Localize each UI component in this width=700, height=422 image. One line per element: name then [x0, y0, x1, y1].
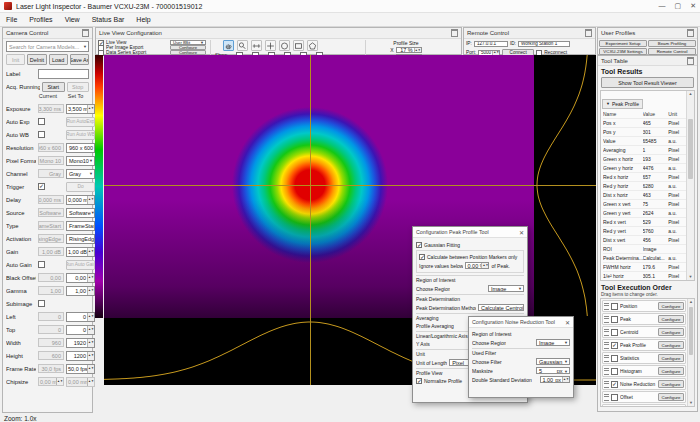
start-button[interactable]: Start	[42, 82, 65, 92]
scroll-down-icon[interactable]: ▼	[687, 274, 694, 280]
results-scrollbar[interactable]: ▲ ▼	[686, 91, 694, 280]
crosshair-tool[interactable]	[265, 40, 276, 51]
contrast-checkbox[interactable]	[611, 407, 618, 408]
statistics-checkbox[interactable]	[611, 355, 618, 362]
drag-handle-icon[interactable]	[604, 303, 609, 310]
configure-button[interactable]: Configure	[658, 380, 684, 388]
spinner-arrows-icon[interactable]: ▲▼	[562, 377, 569, 382]
scroll-up-icon[interactable]: ▲	[688, 299, 694, 305]
trigger-checkbox[interactable]	[38, 183, 45, 190]
camera-set-spinner[interactable]: 0,000 ms▲▼	[66, 195, 95, 205]
beam-profiling-profile-button[interactable]: Beam Profiling	[648, 40, 696, 47]
drag-handle-icon[interactable]	[604, 407, 609, 408]
deinit-button[interactable]: DeInit	[27, 54, 46, 65]
horizontal-crosshair-line[interactable]	[104, 185, 596, 186]
exec-item-peak-profile[interactable]: Peak ProfileConfigure	[602, 339, 686, 351]
noise-reduction-checkbox[interactable]	[611, 381, 618, 388]
run-auto-gain-button[interactable]: Run Auto Gain	[66, 260, 95, 270]
menu-item-status-bar[interactable]: Status Bar	[86, 13, 131, 26]
table-row[interactable]: Pos x465Pixel	[603, 119, 686, 128]
close-icon[interactable]: ✕	[519, 229, 524, 236]
camera-set-spinner[interactable]: 3,500 ms▲▼	[66, 104, 95, 114]
table-row[interactable]: Red x horiz657Pixel	[603, 173, 686, 182]
spinner-arrows-icon[interactable]: ▲▼	[492, 51, 499, 55]
close-button[interactable]: ✕	[690, 2, 696, 10]
stop-button[interactable]: Stop	[67, 82, 90, 92]
centroid-checkbox[interactable]	[611, 329, 618, 336]
line-profile-tool[interactable]	[251, 40, 262, 51]
zoom-tool[interactable]	[237, 40, 248, 51]
position-checkbox[interactable]	[611, 303, 618, 310]
configure-button[interactable]: Configure	[658, 302, 684, 310]
spinner-arrows-icon[interactable]: ▲▼	[87, 365, 94, 373]
experiment-setup-profile-button[interactable]: Experiment Setup	[599, 40, 647, 47]
camera-set-dropdown[interactable]: RisingEdge▼	[66, 234, 95, 244]
ip-input[interactable]: 127.0.0.1	[474, 41, 508, 47]
spinner-arrows-icon[interactable]: ▲▼	[87, 287, 94, 295]
drag-handle-icon[interactable]	[604, 394, 609, 401]
table-row[interactable]: Green y horiz4476a.u.	[603, 164, 686, 173]
circle-roi-tool[interactable]	[279, 40, 290, 51]
table-row[interactable]: Green y vert2624a.u.	[603, 209, 686, 218]
auto-exp-checkbox[interactable]	[38, 118, 45, 125]
save-as-button[interactable]: Save As	[70, 54, 89, 65]
ignore-values-spinner[interactable]: 0,00 %▲▼	[465, 262, 489, 269]
run-auto-wb-button[interactable]: Run Auto WB	[66, 130, 95, 140]
table-row[interactable]: Pos y301Pixel	[603, 128, 686, 137]
float-panel-icon[interactable]	[451, 29, 458, 37]
float-panel-icon[interactable]	[585, 29, 592, 37]
menu-item-view[interactable]: View	[59, 13, 86, 26]
choose-filter-dropdown[interactable]: Gaussian▼	[536, 358, 570, 365]
configure-button[interactable]: Configure	[658, 354, 684, 362]
exec-item-position[interactable]: PositionConfigure	[602, 300, 686, 312]
table-row[interactable]: Red y horiz6280a.u.	[603, 182, 686, 191]
spinner-arrows-icon[interactable]: ▲▼	[87, 326, 94, 334]
table-row[interactable]: 1/e² horiz305.1Pixel	[603, 272, 686, 281]
configure-button[interactable]: Configure	[658, 341, 684, 349]
spinner-arrows-icon[interactable]: ▲▼	[56, 378, 63, 385]
normalize-profile-checkbox[interactable]	[416, 378, 422, 384]
camera-set-dropdown[interactable]: 960 x 600▼	[66, 143, 95, 153]
masksize-dropdown[interactable]: 5px ▼	[536, 367, 570, 374]
table-row[interactable]: ROIImage	[603, 245, 686, 254]
exec-item-statistics[interactable]: StatisticsConfigure	[602, 352, 686, 364]
run-autoexp-button[interactable]: Run AutoExp	[66, 117, 95, 127]
table-row[interactable]: FWHM horiz179.6Pixel	[603, 263, 686, 272]
float-panel-icon[interactable]	[687, 29, 694, 37]
maximize-button[interactable]: ▢	[675, 2, 682, 10]
spinner-arrows-icon[interactable]: ▲▼	[87, 352, 94, 360]
vertical-crosshair-line[interactable]	[310, 55, 311, 385]
spinner-arrows-icon[interactable]: ▲▼	[414, 48, 421, 52]
drag-handle-icon[interactable]	[604, 355, 609, 362]
exec-item-histogram[interactable]: HistogramConfigure	[602, 365, 686, 377]
table-row[interactable]: Green x vert75Pixel	[603, 200, 686, 209]
peak-profile-checkbox[interactable]	[611, 342, 618, 349]
table-row[interactable]: Value65485a.u.	[603, 137, 686, 146]
drag-handle-icon[interactable]	[604, 381, 609, 388]
profile-size-x-spinner[interactable]: 17 %▲▼	[396, 47, 422, 53]
drag-handle-icon[interactable]	[604, 342, 609, 349]
exec-item-peak[interactable]: PeakConfigure	[602, 313, 686, 325]
camera-set-dropdown[interactable]: Software▼	[66, 208, 95, 218]
spinner-arrows-icon[interactable]: ▲▼	[87, 378, 94, 386]
spinner-arrows-icon[interactable]: ▲▼	[87, 105, 94, 113]
table-row[interactable]: Averaging1Pixel	[603, 146, 686, 155]
camera-set-spinner[interactable]: 0,00 mm▲▼	[66, 377, 95, 387]
polygon-roi-tool[interactable]	[307, 40, 318, 51]
gaussian-fitting-checkbox[interactable]	[416, 242, 422, 248]
offset-checkbox[interactable]	[611, 394, 618, 401]
table-row[interactable]: Green x horiz193Pixel	[603, 155, 686, 164]
spinner-arrows-icon[interactable]: ▲▼	[87, 274, 94, 282]
camera-set-spinner[interactable]: 0▲▼	[66, 325, 95, 335]
camera-current-spinner[interactable]: 0,00 mm▲▼	[38, 377, 64, 386]
camera-model-search[interactable]: Search for Camera Models...▼	[6, 41, 89, 52]
peak-profile-group-tab[interactable]: ▼ Peak Profile	[602, 99, 643, 109]
peak-determination-method-dropdown[interactable]: Calculate Centroid▼	[478, 304, 524, 311]
close-icon[interactable]: ✕	[565, 319, 570, 326]
calc-between-markers-checkbox[interactable]	[419, 254, 425, 260]
choose-region-dropdown[interactable]: Image▼	[488, 285, 524, 292]
double-std-deviation-spinner[interactable]: 1,00px▲▼	[540, 376, 570, 383]
exec-item-noise-reduction[interactable]: Noise ReductionConfigure	[602, 378, 686, 390]
configure-button[interactable]: Configure	[658, 367, 684, 375]
configure-button[interactable]: Configure	[658, 406, 684, 407]
